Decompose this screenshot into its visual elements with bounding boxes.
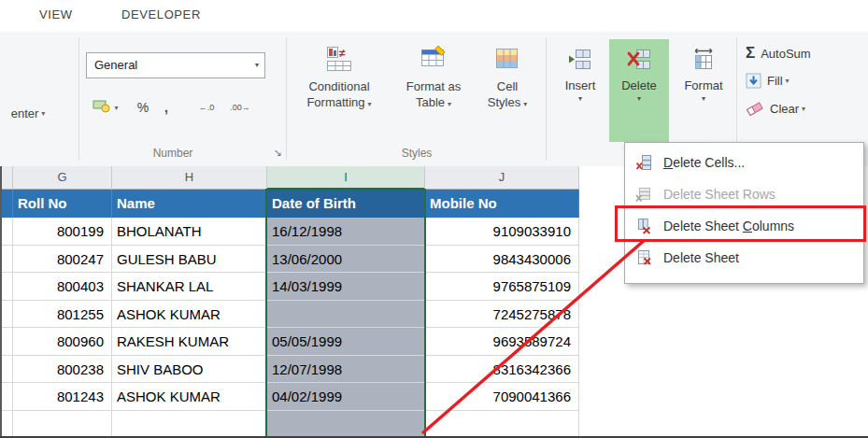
- table-header-row: Roll No Name Date of Birth Mobile No: [0, 190, 579, 218]
- cell[interactable]: 800238: [13, 356, 112, 384]
- delete-sheet-icon: [633, 249, 654, 266]
- cell[interactable]: Roll No: [13, 190, 112, 218]
- cell[interactable]: 05/05/1999: [267, 328, 425, 356]
- cell[interactable]: Date of Birth: [267, 190, 425, 218]
- cell[interactable]: 04/02/1999: [267, 383, 425, 411]
- decrease-decimal-button[interactable]: .00→: [224, 93, 256, 121]
- cell[interactable]: 800199: [13, 218, 112, 246]
- menu-item-delete-cells[interactable]: Delete Cells...: [625, 147, 863, 178]
- menu-item-delete-sheet-rows[interactable]: Delete Sheet Rows: [625, 178, 863, 210]
- autosum-button[interactable]: Σ AutoSum: [746, 44, 811, 63]
- tab-view[interactable]: VIEW: [39, 7, 73, 21]
- cell[interactable]: [0, 301, 13, 329]
- cell[interactable]: [0, 190, 13, 218]
- delete-sheet-columns-icon: [633, 218, 654, 234]
- cell[interactable]: [0, 273, 13, 301]
- cell[interactable]: [0, 328, 13, 356]
- chevron-down-icon: ▾: [255, 53, 259, 78]
- column-header-row: G H I J: [0, 166, 579, 190]
- insert-button[interactable]: Insert ▾: [555, 39, 605, 142]
- chevron-down-icon: ▾: [802, 105, 805, 113]
- cell[interactable]: [0, 218, 13, 246]
- delete-cells-ribbon-icon: [609, 47, 669, 78]
- number-dialog-launcher-icon[interactable]: ↘: [271, 146, 284, 159]
- cell[interactable]: 7090041366: [425, 383, 579, 411]
- cell[interactable]: BHOLANATH: [112, 218, 267, 246]
- cell[interactable]: [13, 411, 112, 438]
- cell[interactable]: 800403: [13, 273, 112, 301]
- format-as-table-button[interactable]: Format as Table▾: [392, 43, 475, 140]
- cell[interactable]: 800247: [13, 246, 112, 274]
- cell[interactable]: ASHOK KUMAR: [112, 383, 267, 411]
- cell[interactable]: GULESH BABU: [112, 246, 267, 274]
- currency-icon: [92, 99, 111, 117]
- cell[interactable]: [425, 411, 579, 438]
- column-header-g[interactable]: G: [13, 166, 112, 190]
- cell[interactable]: 8316342366: [425, 356, 579, 384]
- cell[interactable]: [0, 246, 13, 274]
- cell[interactable]: SHANKAR LAL: [112, 273, 267, 301]
- fill-down-icon: [746, 73, 761, 89]
- cell[interactable]: 9843430006: [425, 246, 579, 274]
- delete-dropdown-menu: Delete Cells... Delete Sheet Rows: [624, 142, 864, 284]
- cell[interactable]: [267, 301, 425, 329]
- number-format-value: General: [94, 58, 137, 72]
- cell[interactable]: Mobile No: [425, 190, 579, 218]
- chevron-down-icon: ▾: [786, 77, 790, 85]
- column-header-j[interactable]: J: [425, 166, 579, 190]
- cell[interactable]: ASHOK KUMAR: [112, 301, 267, 329]
- cell[interactable]: 9109033910: [425, 218, 579, 246]
- sheet-row: 800247 GULESH BABU 13/06/2000 9843430006: [0, 246, 579, 274]
- cell[interactable]: [267, 411, 425, 438]
- conditional-formatting-button[interactable]: ≠ Conditional Formatting▾: [295, 43, 383, 140]
- format-as-table-icon: [392, 45, 475, 78]
- cell[interactable]: 12/07/1998: [267, 356, 425, 384]
- merge-center-button[interactable]: enter ▾: [0, 101, 56, 125]
- menu-item-delete-sheet-columns[interactable]: Delete Sheet Columns: [625, 210, 863, 242]
- column-header-i-selected[interactable]: I: [267, 166, 425, 190]
- cell[interactable]: RAKESH KUMAR: [112, 328, 267, 356]
- sheet-row: 800238 SHIV BABOO 12/07/1998 8316342366: [0, 356, 579, 384]
- sheet-row: 800199 BHOLANATH 16/12/1998 9109033910: [0, 218, 579, 246]
- cell[interactable]: 801243: [13, 383, 112, 411]
- cell[interactable]: [0, 356, 13, 384]
- delete-sheet-rows-icon: [633, 186, 654, 203]
- cell[interactable]: 14/03/1999: [267, 273, 425, 301]
- cell[interactable]: 7245275878: [425, 301, 579, 329]
- cell[interactable]: 800960: [13, 328, 112, 356]
- format-cells-icon: [675, 47, 733, 78]
- cell[interactable]: 801255: [13, 301, 112, 329]
- chevron-down-icon: ▾: [448, 100, 451, 108]
- clear-button[interactable]: Clear ▾: [746, 101, 805, 116]
- column-header-stub: [0, 166, 13, 190]
- cell[interactable]: [112, 411, 267, 438]
- cell[interactable]: 9765875109: [425, 273, 579, 301]
- tab-developer[interactable]: DEVELOPER: [121, 7, 201, 21]
- sheet-row: [0, 411, 579, 438]
- excel-window: VIEW DEVELOPER enter ▾ General ▾ ▾ % , ←…: [0, 0, 868, 438]
- increase-decimal-button[interactable]: ←.0: [191, 93, 222, 121]
- cell[interactable]: 9693589724: [425, 328, 579, 356]
- cell[interactable]: Name: [112, 190, 267, 218]
- sheet-row: 800403 SHANKAR LAL 14/03/1999 9765875109: [0, 273, 579, 301]
- delete-button[interactable]: Delete ▾: [609, 39, 669, 142]
- number-format-select[interactable]: General ▾: [86, 52, 265, 78]
- fill-button[interactable]: Fill ▾: [746, 73, 790, 89]
- accounting-format-button[interactable]: ▾: [86, 93, 125, 121]
- chevron-down-icon: ▾: [368, 100, 372, 108]
- sheet-row: 801255 ASHOK KUMAR 7245275878: [0, 301, 579, 329]
- percent-style-button[interactable]: %: [131, 93, 155, 121]
- sigma-icon: Σ: [746, 44, 755, 63]
- cell[interactable]: 16/12/1998: [267, 218, 425, 246]
- cell[interactable]: SHIV BABOO: [112, 356, 267, 384]
- cell[interactable]: 13/06/2000: [267, 246, 425, 274]
- group-separator: [78, 37, 79, 161]
- format-button[interactable]: Format ▾: [675, 39, 733, 142]
- merge-center-label: enter: [11, 106, 39, 120]
- comma-style-button[interactable]: ,: [157, 93, 176, 121]
- cell-styles-button[interactable]: Cell Styles▾: [478, 43, 536, 140]
- cell[interactable]: [0, 383, 13, 411]
- menu-item-delete-sheet[interactable]: Delete Sheet: [625, 242, 863, 274]
- column-header-h[interactable]: H: [112, 166, 267, 190]
- cell[interactable]: [0, 411, 13, 438]
